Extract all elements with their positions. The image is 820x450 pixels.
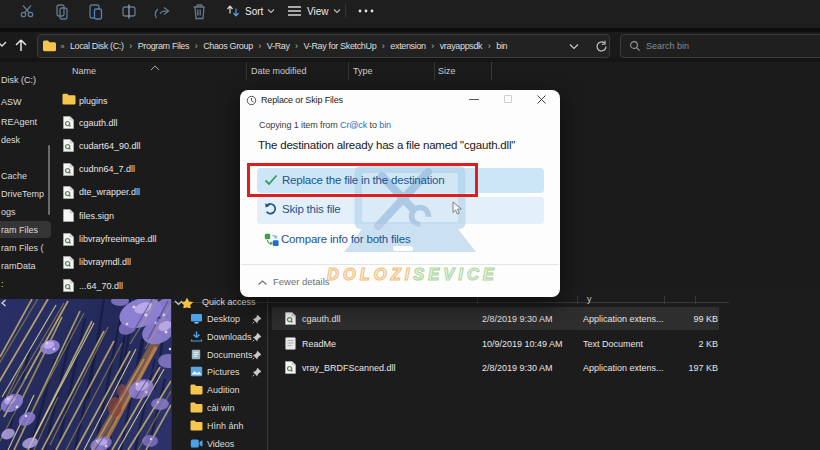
svg-text:Sort: Sort (245, 6, 264, 17)
svg-text:View: View (307, 6, 329, 17)
